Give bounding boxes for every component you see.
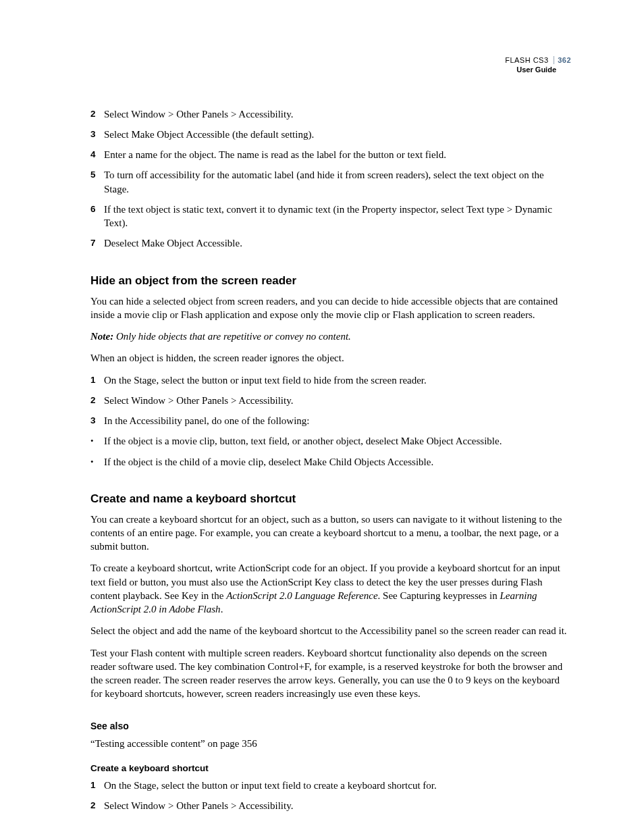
cross-reference-link[interactable]: “Testing accessible content” on page 356 — [90, 737, 571, 750]
body-text: Select the object and add the name of th… — [90, 624, 571, 637]
bullet-list: If the object is a movie clip, button, t… — [90, 434, 571, 469]
bullet-item: If the object is a movie clip, button, t… — [90, 434, 571, 448]
page-number: 362 — [554, 56, 571, 64]
step-item: 3In the Accessibility panel, do one of t… — [90, 414, 571, 427]
page-content: 2Select Window > Other Panels > Accessib… — [90, 107, 571, 813]
step-text: Deselect Make Object Accessible. — [104, 236, 571, 250]
bullet-text: If the object is the child of a movie cl… — [104, 455, 433, 469]
reference-title: ActionScript 2.0 Language Reference — [226, 590, 377, 601]
step-item: 4Enter a name for the object. The name i… — [90, 148, 571, 161]
step-item: 2Select Window > Other Panels > Accessib… — [90, 799, 571, 812]
heading-create-shortcut: Create a keyboard shortcut — [90, 762, 571, 775]
steps-list-create: 1On the Stage, select the button or inpu… — [90, 779, 571, 813]
step-item: 6If the text object is static text, conv… — [90, 203, 571, 230]
page: FLASH CS3 362 User Guide 2Select Window … — [0, 0, 644, 813]
step-text: On the Stage, select the button or input… — [104, 779, 571, 792]
step-text: Select Window > Other Panels > Accessibi… — [104, 799, 571, 812]
bullet-text: If the object is a movie clip, button, t… — [104, 434, 502, 448]
product-name: FLASH CS3 — [505, 56, 548, 64]
step-item: 1On the Stage, select the button or inpu… — [90, 779, 571, 792]
heading-keyboard-shortcut: Create and name a keyboard shortcut — [90, 492, 571, 507]
steps-list-top: 2Select Window > Other Panels > Accessib… — [90, 107, 571, 251]
note-body: Only hide objects that are repetitive or… — [113, 331, 351, 342]
body-text: When an object is hidden, the screen rea… — [90, 351, 571, 365]
heading-hide-object: Hide an object from the screen reader — [90, 273, 571, 289]
body-text: You can hide a selected object from scre… — [90, 294, 571, 322]
bullet-item: If the object is the child of a movie cl… — [90, 455, 571, 469]
body-text: To create a keyboard shortcut, write Act… — [90, 561, 571, 616]
step-text: Select Make Object Accessible (the defau… — [104, 128, 571, 141]
step-item: 1On the Stage, select the button or inpu… — [90, 373, 571, 387]
step-text: Select Window > Other Panels > Accessibi… — [104, 394, 571, 407]
step-text: Select Window > Other Panels > Accessibi… — [104, 107, 571, 121]
step-text: On the Stage, select the button or input… — [104, 373, 571, 387]
guide-name: User Guide — [90, 65, 571, 74]
step-item: 2Select Window > Other Panels > Accessib… — [90, 107, 571, 121]
step-item: 3Select Make Object Accessible (the defa… — [90, 128, 571, 141]
body-text: You can create a keyboard shortcut for a… — [90, 513, 571, 554]
step-item: 7Deselect Make Object Accessible. — [90, 236, 571, 250]
steps-list-hide: 1On the Stage, select the button or inpu… — [90, 373, 571, 428]
note: Note: Only hide objects that are repetit… — [90, 330, 571, 343]
step-text: In the Accessibility panel, do one of th… — [104, 414, 571, 427]
step-item: 2Select Window > Other Panels > Accessib… — [90, 394, 571, 407]
page-header: FLASH CS3 362 User Guide — [90, 55, 571, 75]
heading-see-also: See also — [90, 720, 571, 733]
step-text: If the text object is static text, conve… — [104, 203, 571, 230]
step-text: To turn off accessibility for the automa… — [104, 168, 571, 196]
body-text: Test your Flash content with multiple sc… — [90, 646, 571, 701]
step-text: Enter a name for the object. The name is… — [104, 148, 571, 161]
note-label: Note: — [90, 331, 113, 342]
step-item: 5To turn off accessibility for the autom… — [90, 168, 571, 196]
